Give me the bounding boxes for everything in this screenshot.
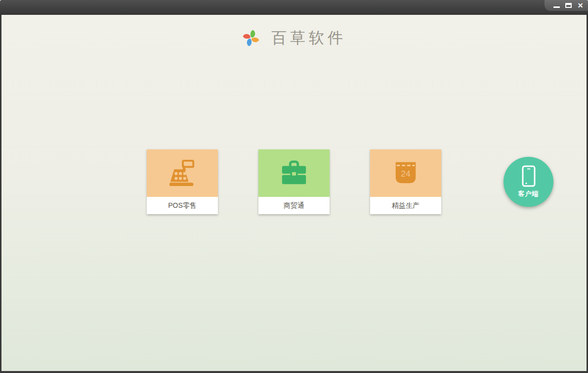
calendar-day: 24 <box>401 169 411 179</box>
product-card-pos[interactable]: POS零售 <box>147 149 218 214</box>
product-card-lean[interactable]: 24 精益生产 <box>370 149 441 214</box>
minimize-icon <box>553 6 560 8</box>
close-icon: ✕ <box>578 2 584 9</box>
lean-tile: 24 <box>370 149 441 197</box>
client-button-label: 客户端 <box>518 189 539 198</box>
maximize-button[interactable] <box>565 2 572 9</box>
product-label: POS零售 <box>147 197 218 214</box>
maximize-icon <box>565 3 572 8</box>
product-label: 精益生产 <box>370 197 441 214</box>
calendar-icon: 24 <box>391 159 420 187</box>
main-content: 百草软件 POS零售 <box>1 15 587 371</box>
cash-register-icon <box>168 159 197 187</box>
briefcase-icon <box>280 159 308 187</box>
smartphone-icon <box>520 165 537 187</box>
product-card-trade[interactable]: 商贸通 <box>258 149 330 214</box>
page-title: 百草软件 <box>271 28 346 48</box>
window-controls: ✕ <box>545 0 588 11</box>
app-header: 百草软件 <box>1 28 587 48</box>
minimize-button[interactable] <box>553 2 560 9</box>
client-button[interactable]: 客户端 <box>504 157 553 207</box>
product-label: 商贸通 <box>258 197 330 214</box>
pinwheel-logo-icon <box>242 29 260 47</box>
trade-tile <box>258 149 330 197</box>
titlebar: ✕ <box>0 0 588 15</box>
app-window: ✕ 百草软件 <box>0 0 588 373</box>
close-button[interactable]: ✕ <box>577 2 584 9</box>
pos-tile <box>147 149 218 197</box>
